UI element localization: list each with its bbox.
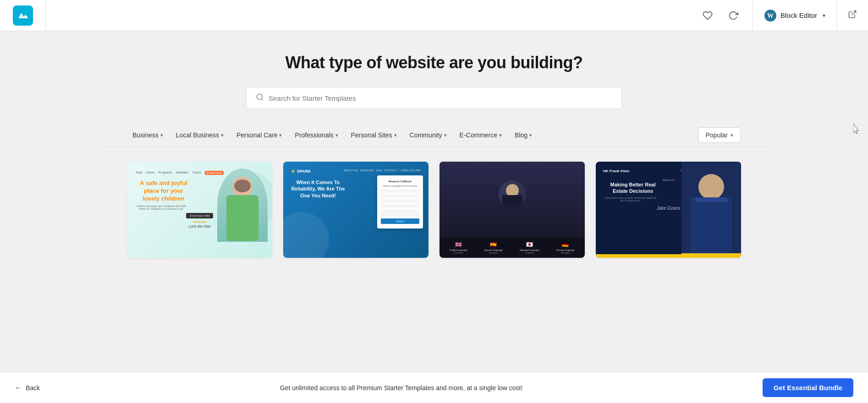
card-spark-form-field-1 [381, 189, 419, 193]
external-link-button[interactable] [848, 10, 857, 21]
favorites-button[interactable] [699, 7, 716, 24]
filter-tab-ecommerce[interactable]: E-Commerce ▾ [454, 128, 507, 142]
bottom-bar: ← Back Get unlimited access to all Premi… [0, 372, 868, 403]
card-spark-form-subtitle: Please Complete the Form Below [381, 185, 419, 187]
svg-line-5 [261, 98, 263, 100]
card-kids-nav-activities: Activities [176, 171, 189, 175]
svg-point-9 [506, 184, 519, 197]
sort-chevron-icon: ▾ [731, 132, 733, 138]
filter-label-local-business: Local Business [176, 131, 219, 139]
template-card-language[interactable]: 🌍 Home About Us Our Services Contact + S… [439, 162, 585, 258]
filter-tab-business[interactable]: Business ▾ [127, 128, 169, 142]
brand-logo [13, 5, 33, 26]
back-arrow-icon: ← [15, 384, 22, 392]
filter-separator [99, 147, 769, 147]
wordpress-icon: W [764, 9, 777, 22]
card-realestate-logo: HK Frank Klein [603, 169, 629, 173]
community-chevron-icon: ▾ [444, 132, 447, 138]
card-kids-nav-item: Kids [136, 171, 143, 175]
professionals-chevron-icon: ▾ [335, 132, 338, 138]
filter-label-personal-sites: Personal Sites [351, 131, 392, 139]
svg-point-12 [698, 174, 724, 200]
filter-tab-community[interactable]: Community ▾ [404, 128, 452, 142]
card-spark-logo: ⚡ SPARK [291, 169, 311, 174]
local-business-chevron-icon: ▾ [221, 132, 224, 138]
card-kids-title: A safe and joyful place for your lovely … [136, 180, 191, 203]
template-card-kids[interactable]: Kids Home Programs Activities Tutors Enr… [127, 162, 272, 258]
editor-selector[interactable]: W Block Editor ▾ [753, 0, 837, 31]
card-spark-form-field-3 [381, 199, 419, 203]
blog-chevron-icon: ▾ [529, 132, 532, 138]
card-language-de: 🇩🇪 German language 45 Items [556, 241, 575, 254]
svg-rect-7 [226, 195, 258, 241]
card-spark-form: Request Callback Please Complete the For… [377, 175, 423, 229]
card-language-es: 🇪🇸 Spanish language 64 Items [484, 241, 502, 254]
card-language-bg [439, 162, 585, 230]
card-spark-form-title: Request Callback [381, 180, 419, 183]
card-spark-form-field-5 [381, 209, 419, 217]
sort-dropdown[interactable]: Popular ▾ [698, 127, 741, 143]
template-card-realestate[interactable]: HK Frank Klein Home Services About Me Bl… [596, 162, 741, 258]
card-language-en: 🇬🇧 English language 145 Items [450, 241, 467, 254]
card-kids-nav-home: Home [146, 171, 155, 175]
filter-label-business: Business [132, 131, 159, 139]
card-kids-nav-programs: Programs [158, 171, 172, 175]
card-spark-content: ⚡ SPARK ABOUT US SERVICES FAQ CONTACT +1… [283, 162, 429, 258]
filter-tab-local-business[interactable]: Local Business ▾ [170, 128, 229, 142]
card-kids-cta: Enroll your child [186, 213, 213, 218]
personal-sites-chevron-icon: ▾ [394, 132, 397, 138]
back-button[interactable]: ← Back [15, 384, 40, 392]
svg-rect-14 [695, 197, 727, 202]
filter-label-personal-care: Personal Care [236, 131, 278, 139]
card-realestate-yellow-bar [596, 254, 741, 258]
filter-bar: Business ▾ Local Business ▾ Personal Car… [99, 127, 769, 143]
filter-tab-personal-care[interactable]: Personal Care ▾ [231, 128, 288, 142]
filter-tab-blog[interactable]: Blog ▾ [509, 128, 538, 142]
svg-point-8 [234, 180, 251, 192]
svg-line-3 [852, 11, 856, 15]
card-language-content: 🌍 Home About Us Our Services Contact + S… [439, 162, 585, 258]
search-input[interactable] [269, 94, 612, 102]
ecommerce-chevron-icon: ▾ [499, 132, 502, 138]
filter-tab-personal-sites[interactable]: Personal Sites ▾ [346, 128, 402, 142]
card-kids-nav-tutors: Tutors [192, 171, 201, 175]
back-button-label: Back [26, 384, 40, 392]
filter-label-blog: Blog [515, 131, 527, 139]
search-bar [246, 87, 622, 109]
svg-text:W: W [767, 12, 774, 19]
svg-point-4 [257, 94, 262, 99]
template-grid: Kids Home Programs Activities Tutors Enr… [99, 162, 769, 258]
promo-text: Get unlimited access to all Premium Star… [280, 384, 523, 392]
search-icon [256, 93, 264, 103]
card-realestate-content: HK Frank Klein Home Services About Me Bl… [596, 162, 741, 258]
filter-label-community: Community [410, 131, 442, 139]
card-realestate-subtitle: Lorem ipsum dolor sit amet, consectetur … [603, 196, 658, 202]
svg-rect-13 [691, 197, 732, 257]
card-spark-form-field-2 [381, 194, 419, 198]
filter-tab-professionals[interactable]: Professionals ▾ [289, 128, 343, 142]
card-language-flags: 🇬🇧 English language 145 Items 🇪🇸 Spanish… [439, 238, 585, 258]
card-kids-subtitle: Online tutorships and computer the Safe … [136, 205, 187, 210]
filter-label-professionals: Professionals [295, 131, 333, 139]
card-realestate-title: Making Better Real Estate Decisions [603, 181, 663, 195]
business-chevron-icon: ▾ [160, 132, 163, 138]
editor-chevron-icon: ▾ [823, 12, 825, 19]
header: W Block Editor ▾ [0, 0, 868, 31]
svg-rect-10 [502, 195, 522, 208]
card-kids-enroll-btn: Enroll now [205, 171, 224, 175]
get-bundle-button[interactable]: Get Essential Bundle [763, 378, 853, 397]
personal-care-chevron-icon: ▾ [279, 132, 282, 138]
refresh-button[interactable] [725, 7, 742, 24]
filter-label-ecommerce: E-Commerce [460, 131, 497, 139]
card-spark-form-btn: Send It [381, 218, 419, 224]
card-realestate-person [681, 162, 741, 258]
editor-label-text: Block Editor [780, 11, 817, 19]
card-spark-circle-decoration [283, 212, 329, 258]
card-spark-nav: ⚡ SPARK ABOUT US SERVICES FAQ CONTACT +1… [291, 169, 421, 174]
logo-area [0, 0, 46, 31]
card-language-ja: 🇯🇵 Japanese language 36 Items [519, 241, 539, 254]
template-card-spark[interactable]: ⚡ SPARK ABOUT US SERVICES FAQ CONTACT +1… [283, 162, 429, 258]
card-spark-nav-links: ABOUT US SERVICES FAQ CONTACT +1(800) 12… [344, 169, 421, 174]
page-title: What type of website are you building? [11, 53, 857, 72]
card-spark-form-field-4 [381, 204, 419, 208]
